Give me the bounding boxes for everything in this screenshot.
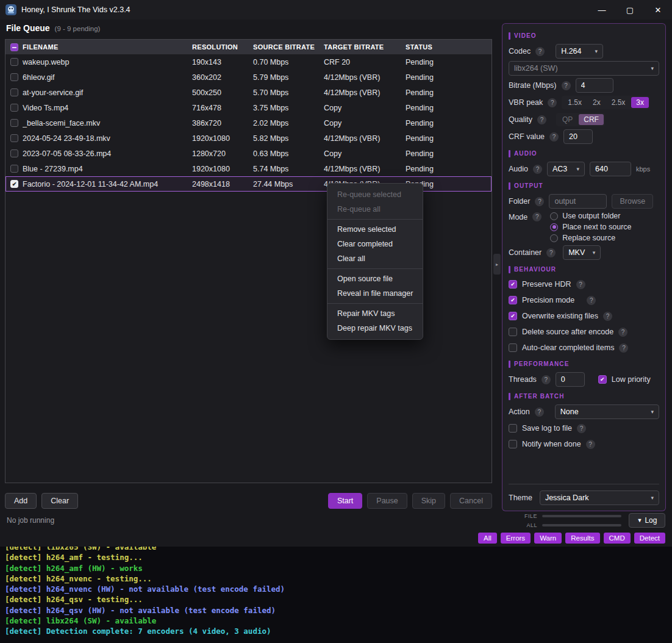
filter-detect-button[interactable]: Detect [634,533,665,544]
low-priority-checkbox[interactable]: ✔ [598,375,607,384]
preserve-hdr-label: Preserve HDR [522,280,571,289]
delete-source-checkbox[interactable] [509,328,517,336]
audio-codec-select[interactable]: AC3 ▾ [547,162,585,176]
browse-button[interactable]: Browse [612,194,653,209]
mode-place-next-to-source[interactable]: Place next to source [550,223,631,231]
row-checkbox-checked[interactable]: ✔ [10,180,18,188]
menu-remove-selected[interactable]: Remove selected [327,222,423,237]
help-icon[interactable]: ? [542,375,551,384]
row-checkbox[interactable] [10,149,18,157]
help-icon[interactable]: ? [619,343,628,353]
vbr-option-2-5x[interactable]: 2.5x [607,97,631,108]
filter-cmd-button[interactable]: CMD [604,533,631,544]
menu-clear-completed[interactable]: Clear completed [327,237,423,251]
help-icon[interactable]: ? [548,98,557,107]
row-checkbox[interactable] [10,119,18,127]
help-icon[interactable]: ? [549,132,559,142]
menu-reveal-in-file-manager[interactable]: Reveal in file manager [327,286,423,301]
close-icon[interactable]: ✕ [644,0,672,20]
filter-warn-button[interactable]: Warn [534,533,562,544]
start-button[interactable]: Start [328,493,362,509]
filter-all-button[interactable]: All [478,533,497,544]
section-title: BEHAVIOUR [514,266,556,273]
help-icon[interactable]: ? [562,81,571,90]
after-batch-action-select[interactable]: None ▾ [555,404,659,419]
table-row[interactable]: _bella-scemi_face.mkv 386x720 2.02 Mbps … [5,115,491,131]
table-row[interactable]: 2023-07-05 08-33-26.mp4 1280x720 0.63 Mb… [5,146,491,161]
help-icon[interactable]: ? [586,440,595,449]
help-icon[interactable]: ? [577,424,586,433]
cancel-button[interactable]: Cancel [450,493,492,509]
log-toggle-button[interactable]: ▼ Log [629,513,665,528]
cell-filename: Blue - 27239.mp4 [23,165,192,173]
maximize-icon[interactable]: ▢ [616,0,644,20]
container-select[interactable]: MKV ▾ [563,245,601,260]
help-icon[interactable]: ? [618,328,627,337]
help-icon[interactable]: ? [535,197,544,206]
notify-checkbox[interactable] [509,440,517,448]
save-log-checkbox[interactable] [509,424,517,433]
skip-button[interactable]: Skip [412,493,445,509]
table-row[interactable]: wakeup.webp 190x143 0.70 Mbps CRF 20 Pen… [5,54,491,70]
crf-value-input[interactable] [563,129,593,144]
select-all-checkbox[interactable] [10,43,18,51]
audio-codec-value: AC3 [552,165,567,173]
help-icon[interactable]: ? [533,165,542,174]
table-row[interactable]: 2024-05-24 23-49-18.mkv 1920x1080 5.82 M… [5,131,491,146]
menu-clear-all[interactable]: Clear all [327,251,423,266]
preserve-hdr-checkbox[interactable]: ✔ [509,280,517,289]
clear-button[interactable]: Clear [41,493,78,509]
row-checkbox[interactable] [10,58,18,66]
row-checkbox[interactable] [10,134,18,142]
table-row[interactable]: Blue - 27239.mp4 1920x1080 5.74 Mbps 4/1… [5,161,491,176]
col-filename[interactable]: FILENAME [23,43,192,51]
threads-input[interactable] [556,372,585,387]
menu-open-source-file[interactable]: Open source file [327,271,423,286]
menu-repair-mkv-tags[interactable]: Repair MKV tags [327,306,423,321]
precision-mode-checkbox[interactable]: ✔ [509,296,517,304]
output-folder-input[interactable] [549,194,607,209]
sidebar-collapse-handle[interactable]: ▸ [493,254,501,275]
auto-clear-checkbox[interactable] [509,343,517,352]
overwrite-existing-checkbox[interactable]: ✔ [509,312,517,320]
pause-button[interactable]: Pause [367,493,407,509]
bitrate-input[interactable] [576,78,613,93]
col-target-bitrate[interactable]: TARGET BITRATE [324,43,406,51]
mode-replace-source[interactable]: Replace source [550,234,631,242]
help-icon[interactable]: ? [535,408,544,417]
output-mode-group: Use output folder Place next to source R… [550,212,631,242]
col-status[interactable]: STATUS [406,43,491,51]
row-checkbox[interactable] [10,73,18,81]
vbr-option-2x[interactable]: 2x [588,97,606,108]
filter-results-button[interactable]: Results [565,533,599,544]
minimize-icon[interactable]: — [588,0,616,20]
help-icon[interactable]: ? [546,248,556,257]
encoder-select[interactable]: libx264 (SW) ▾ [509,61,659,76]
vbr-option-3x[interactable]: 3x [631,97,649,108]
row-checkbox[interactable] [10,165,18,173]
table-row[interactable]: 6hleov.gif 360x202 5.79 Mbps 4/12Mbps (V… [5,70,491,85]
help-icon[interactable]: ? [603,312,612,321]
row-checkbox[interactable] [10,88,18,96]
add-button[interactable]: Add [5,493,37,509]
log-panel[interactable]: [detect] libx265 (SW) - available [detec… [0,547,672,643]
table-row[interactable]: at-your-service.gif 500x250 5.70 Mbps 4/… [5,85,491,100]
menu-deep-repair-mkv-tags[interactable]: Deep repair MKV tags [327,321,423,336]
theme-select[interactable]: Jessica Dark ▾ [540,490,659,505]
help-icon[interactable]: ? [576,280,585,289]
mode-use-output-folder[interactable]: Use output folder [550,212,631,220]
quality-option-crf[interactable]: CRF [579,114,604,125]
help-icon[interactable]: ? [532,212,542,221]
filter-errors-button[interactable]: Errors [501,533,531,544]
vbr-option-1-5x[interactable]: 1.5x [563,97,587,108]
help-icon[interactable]: ? [537,115,546,124]
help-icon[interactable]: ? [587,296,596,305]
quality-option-qp[interactable]: QP [557,114,577,125]
help-icon[interactable]: ? [535,47,545,56]
col-resolution[interactable]: RESOLUTION [192,43,253,51]
col-source-bitrate[interactable]: SOURCE BITRATE [253,43,324,51]
codec-select[interactable]: H.264 ▾ [556,44,603,59]
table-row[interactable]: Video Ts.mp4 716x478 3.75 Mbps Copy Pend… [5,100,491,115]
audio-bitrate-input[interactable] [590,162,631,176]
row-checkbox[interactable] [10,104,18,112]
